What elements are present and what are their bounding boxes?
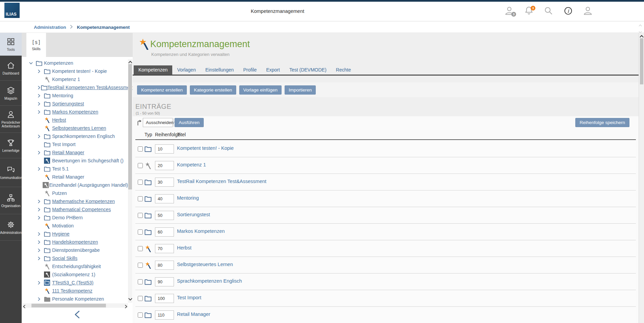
chevron-right-icon[interactable] <box>37 110 44 114</box>
row-title-link[interactable]: Selbstgesteuertes Lernen <box>177 262 233 267</box>
row-checkbox[interactable] <box>138 312 143 318</box>
order-input[interactable] <box>155 244 174 253</box>
chevron-down-icon[interactable] <box>29 61 36 65</box>
tab-vorlagen[interactable]: Vorlagen <box>172 65 200 75</box>
chevron-right-icon[interactable] <box>37 167 44 171</box>
row-checkbox[interactable] <box>138 246 143 251</box>
sidebar-item-dashboard[interactable]: Dashboard <box>0 56 22 81</box>
tree-item-herbst[interactable]: Herbst <box>22 116 128 124</box>
chevron-right-icon[interactable] <box>37 135 44 138</box>
chevron-right-icon[interactable] <box>37 240 44 244</box>
tree-item-sprachkompetenzen-englisch[interactable]: Sprachkompetenzen Englisch <box>22 132 128 140</box>
row-checkbox[interactable] <box>138 180 143 185</box>
tree-item-test-import[interactable]: Test Import <box>22 140 128 148</box>
tab-skills[interactable]: [s] Skills <box>26 33 46 57</box>
main-vertical-scrollbar[interactable] <box>639 33 644 323</box>
save-order-button[interactable]: Reihenfolge speichern <box>575 118 629 127</box>
tree-horizontal-scrollbar[interactable] <box>22 303 128 308</box>
tree-item-markos-kompetenzen[interactable]: Markos Kompetenzen <box>22 108 128 116</box>
chevron-right-icon[interactable] <box>37 151 44 155</box>
order-input[interactable] <box>155 194 174 203</box>
tree-item-putzen[interactable]: Putzen <box>22 189 128 197</box>
chevron-right-icon[interactable] <box>37 208 44 211</box>
tab-test-devmode[interactable]: Test (DEVMODE) <box>285 65 331 75</box>
who-is-online-button[interactable]: 3 <box>504 6 515 17</box>
row-title-link[interactable]: Mentoring <box>177 195 199 201</box>
tree-item-111-testkompetenz[interactable]: 111 Testkompetenz <box>22 287 128 295</box>
tree-item-bewertungen-im-schuhgesch-ft[interactable]: Bewertungen im Schuhgeschäft () <box>22 157 128 165</box>
scroll-right-icon[interactable] <box>124 304 128 310</box>
tree-item-mentoring[interactable]: Mentoring <box>22 92 128 100</box>
chevron-right-icon[interactable] <box>37 248 44 252</box>
order-input[interactable] <box>155 161 174 170</box>
tree-item-mathematical-competences[interactable]: Mathematical Competences <box>22 205 128 214</box>
row-checkbox[interactable] <box>138 196 143 201</box>
scroll-left-icon[interactable] <box>22 304 26 310</box>
row-checkbox[interactable] <box>138 296 143 301</box>
order-input[interactable] <box>155 277 174 286</box>
sidebar-item-magazin[interactable]: Magazin <box>0 81 22 106</box>
tree-item-selbstgesteuertes-lernen[interactable]: Selbstgesteuertes Lernen <box>22 124 128 132</box>
row-title-link[interactable]: Kompetent testen! - Kopie <box>177 145 234 151</box>
row-checkbox[interactable] <box>138 163 143 168</box>
tree-item-retail-manager[interactable]: Retail Manager <box>22 173 128 181</box>
execute-button[interactable]: Ausführen <box>175 118 204 127</box>
tree-item-test-5-1[interactable]: Test 5.1 <box>22 165 128 173</box>
tree-item-kompetenz-1[interactable]: Kompetenz 1 <box>22 75 128 83</box>
row-title-link[interactable]: Markos Kompetenzen <box>177 228 225 234</box>
sidebar-item-tools[interactable]: Tools <box>0 33 22 56</box>
sidebar-item-administration[interactable]: Administration <box>0 214 22 241</box>
tree-item-social-skills[interactable]: Social Skills <box>22 254 128 262</box>
order-input[interactable] <box>155 227 174 237</box>
chevron-right-icon[interactable] <box>37 86 41 89</box>
tree-item-entscheidungsf-higkeit[interactable]: Entscheidungsfähigkeit <box>22 262 128 270</box>
help-button[interactable]: i <box>563 6 574 17</box>
row-checkbox[interactable] <box>138 229 143 235</box>
tree-item-handelskompetenzen[interactable]: Handelskompetenzen <box>22 238 128 246</box>
tab-kompetenzen[interactable]: Kompetenzen <box>134 65 172 75</box>
chevron-right-icon[interactable] <box>37 232 44 236</box>
order-input[interactable] <box>155 261 174 270</box>
notifications-button[interactable]: 3 <box>524 6 534 17</box>
kategorie-erstellen-button[interactable]: Kategorie erstellen <box>190 85 236 95</box>
row-checkbox[interactable] <box>138 213 143 218</box>
sidebar-item-organisation[interactable]: Organisation <box>0 187 22 214</box>
row-title-link[interactable]: Test Import <box>177 295 201 300</box>
row-title-link[interactable]: Retail Manager <box>177 311 210 317</box>
bulk-action-select[interactable]: Ausschneiden <box>143 118 173 127</box>
row-title-link[interactable]: Sprachkompetenzen Englisch <box>177 278 242 284</box>
chevron-right-icon[interactable] <box>37 69 44 73</box>
sidebar-item-pers-nlicher-arbeitsraum[interactable]: Persönlicher Arbeitsraum <box>0 106 22 133</box>
tab-profile[interactable]: Profile <box>239 65 262 75</box>
tree-item-hygiene[interactable]: Hygiene <box>22 230 128 238</box>
search-button[interactable] <box>543 6 554 17</box>
tree-item-ttest53-c-test53[interactable]: TTest53_C (Test53) <box>22 279 128 287</box>
tree-item-dienstposten-bergabe[interactable]: Dienstpostenübergabe <box>22 246 128 254</box>
tree-hscroll-thumb[interactable] <box>31 304 106 307</box>
tab-einstellungen[interactable]: Einstellungen <box>201 65 239 75</box>
tree-item-sortierungstest[interactable]: Sortierungstest <box>22 100 128 108</box>
tree-item-testrail-kompetenzen-test-assessment[interactable]: TestRail Kompetenzen Test&Assessment <box>22 83 128 92</box>
main-scroll-thumb[interactable] <box>640 38 643 84</box>
row-title-link[interactable]: Herbst <box>177 245 192 250</box>
row-title-link[interactable]: Kompetenz 1 <box>177 162 206 167</box>
row-checkbox[interactable] <box>138 279 143 284</box>
importieren-button[interactable]: Importieren <box>285 85 316 95</box>
sidebar-item-lernerfolge[interactable]: Lernerfolge <box>0 133 22 158</box>
tree-item-motivation[interactable]: Motivation <box>22 222 128 230</box>
order-input[interactable] <box>155 294 174 303</box>
tab-export[interactable]: Export <box>261 65 284 75</box>
tree-vertical-scrollbar[interactable] <box>128 59 132 303</box>
tree-item-sozialkompetenz-1[interactable]: (Sozialkompetenz 1) <box>22 270 128 279</box>
tree-item-mathematische-kompetenzen[interactable]: Mathematische Kompetenzen <box>22 197 128 205</box>
chevron-right-icon[interactable] <box>37 297 44 301</box>
row-checkbox[interactable] <box>138 263 143 268</box>
order-input[interactable] <box>155 144 174 154</box>
row-title-link[interactable]: TestRail Kompetenzen Test&Assessment <box>177 179 266 184</box>
kompetenz-erstellen-button[interactable]: Kompetenz erstellen <box>137 85 187 95</box>
row-checkbox[interactable] <box>138 146 143 152</box>
tree-vscroll-thumb[interactable] <box>128 64 132 189</box>
chevron-right-icon[interactable] <box>37 200 44 203</box>
scroll-down-icon[interactable] <box>128 297 132 303</box>
collapse-tree-button[interactable] <box>22 310 133 320</box>
